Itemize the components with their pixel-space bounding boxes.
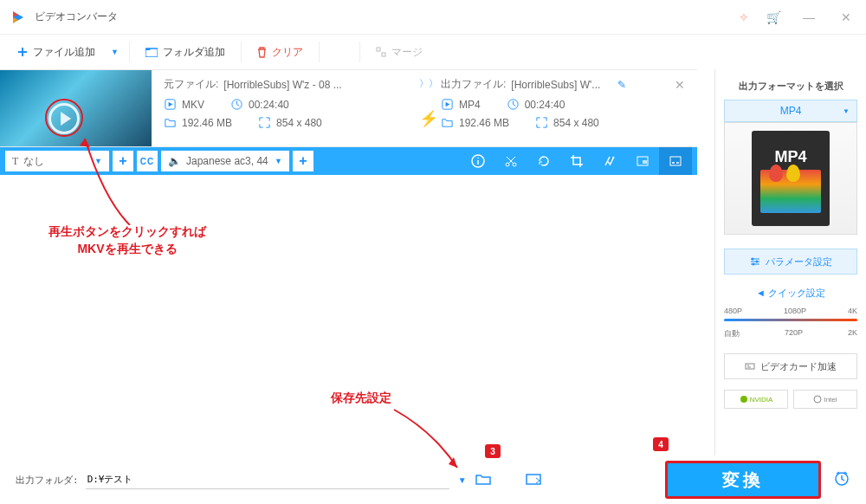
- subtitle-select[interactable]: T なし ▼: [5, 151, 109, 171]
- param-settings-button[interactable]: パラメータ設定: [724, 249, 857, 275]
- key-icon[interactable]: ✧: [739, 10, 749, 24]
- edit-icon[interactable]: ✎: [617, 79, 626, 91]
- cart-icon[interactable]: 🛒: [766, 10, 781, 24]
- source-filename: [HorribleSubs] W'z - 08 ...: [223, 79, 341, 91]
- app-logo-icon: [10, 10, 26, 25]
- resolution-icon: [535, 116, 548, 129]
- gpu-accel-button[interactable]: ビデオカード加速: [724, 353, 857, 379]
- format-preview[interactable]: MP4: [724, 122, 857, 235]
- param-label: パラメータ設定: [766, 255, 832, 268]
- svg-rect-17: [746, 364, 754, 369]
- footer: 出力フォルダ: ▼ 変換: [0, 456, 866, 504]
- video-thumbnail[interactable]: [0, 70, 152, 146]
- arrow-divider-icon: 〉〉: [419, 77, 438, 90]
- convert-label: 変換: [722, 468, 764, 492]
- add-file-dropdown[interactable]: ▼: [106, 48, 124, 56]
- add-file-button[interactable]: ファイル追加: [7, 45, 106, 60]
- output-folder-input[interactable]: [86, 470, 449, 489]
- source-label: 元ファイル:: [164, 77, 218, 92]
- output-size: 192.46 MB: [459, 117, 509, 129]
- source-resolution: 854 x 480: [276, 117, 322, 129]
- nvidia-badge: NVIDIA: [724, 390, 788, 409]
- output-duration: 00:24:40: [525, 99, 565, 111]
- source-duration: 00:24:40: [249, 99, 289, 111]
- source-size: 192.46 MB: [182, 117, 232, 129]
- clock-icon: [230, 98, 243, 111]
- output-folder-label: 出力フォルダ:: [16, 474, 79, 487]
- bolt-icon[interactable]: ⚡: [419, 109, 438, 128]
- subtitle-tool-icon[interactable]: [659, 147, 692, 175]
- edit-toolbar: T なし ▼ + CC 🔈 Japanese ac3, 44 ▼ +: [0, 147, 697, 175]
- add-folder-label: フォルダ追加: [163, 45, 225, 60]
- svg-point-10: [612, 157, 614, 158]
- sidebar-title: 出力フォーマットを選択: [724, 80, 857, 93]
- subtitle-text: なし: [23, 154, 89, 169]
- cc-button[interactable]: CC: [137, 151, 158, 171]
- gpu-label: ビデオカード加速: [760, 360, 837, 373]
- preset-1080p[interactable]: 1080P: [784, 307, 806, 315]
- svg-point-14: [751, 258, 753, 261]
- svg-point-18: [740, 396, 747, 403]
- add-audio-button[interactable]: +: [293, 151, 313, 171]
- preset-4k[interactable]: 4K: [848, 307, 857, 315]
- intel-badge: Intel: [793, 390, 857, 409]
- close-window-button[interactable]: ✕: [837, 10, 856, 24]
- audio-select[interactable]: 🔈 Japanese ac3, 44 ▼: [161, 151, 289, 171]
- main-toolbar: ファイル追加 ▼ フォルダ追加 クリア マージ: [0, 35, 866, 69]
- clear-label: クリア: [272, 45, 303, 60]
- speaker-icon: 🔈: [168, 155, 181, 167]
- folder-icon: [164, 116, 177, 129]
- crop-tool-icon[interactable]: [560, 147, 593, 175]
- annotation-play-text: 再生ボタンをクリックすれば MKVを再生できる: [48, 223, 206, 257]
- output-format: MP4: [459, 99, 481, 111]
- output-label: 出力ファイル:: [441, 77, 506, 92]
- merge-label: マージ: [391, 45, 423, 60]
- source-format: MKV: [182, 99, 204, 111]
- svg-rect-2: [382, 53, 385, 56]
- preset-auto[interactable]: 自動: [724, 328, 740, 339]
- sidebar: 出力フォーマットを選択 MP4 MP4 パラメータ設定 クイック設定 480P …: [714, 69, 866, 504]
- output-resolution: 854 x 480: [553, 117, 599, 129]
- quality-slider[interactable]: [724, 319, 857, 321]
- chevron-down-icon: ▼: [275, 157, 282, 165]
- output-filename: [HorribleSubs] W'...: [511, 79, 600, 91]
- minimize-button[interactable]: —: [798, 10, 819, 24]
- format-select[interactable]: MP4: [724, 100, 857, 122]
- schedule-icon[interactable]: [833, 469, 850, 491]
- play-button[interactable]: [48, 103, 80, 134]
- convert-button[interactable]: 変換: [665, 461, 821, 499]
- titlebar: ビデオコンバータ ✧ 🛒 — ✕: [0, 0, 866, 35]
- watermark-tool-icon[interactable]: [626, 147, 659, 175]
- add-folder-button[interactable]: フォルダ追加: [135, 45, 236, 60]
- svg-rect-12: [643, 160, 647, 164]
- open-folder-button[interactable]: [526, 473, 541, 488]
- resolution-icon: [258, 116, 271, 129]
- browse-folder-button[interactable]: [475, 473, 491, 488]
- svg-rect-1: [377, 48, 380, 51]
- add-file-label: ファイル追加: [33, 45, 95, 60]
- info-tool-icon[interactable]: [462, 147, 494, 175]
- svg-rect-13: [670, 157, 681, 165]
- remove-item-button[interactable]: ✕: [675, 78, 685, 92]
- add-subtitle-button[interactable]: +: [113, 151, 133, 171]
- quick-settings-title: クイック設定: [724, 287, 857, 300]
- chevron-down-icon: ▼: [94, 157, 102, 165]
- annotation-badge-4: 4: [653, 437, 669, 451]
- svg-point-19: [814, 396, 821, 403]
- preset-720p[interactable]: 720P: [785, 328, 803, 339]
- folder-dropdown-button[interactable]: ▼: [458, 475, 467, 485]
- effects-tool-icon[interactable]: [593, 147, 626, 175]
- file-item-row: 元ファイル: [HorribleSubs] W'z - 08 ... MKV 0…: [0, 69, 697, 147]
- format-badge-label: MP4: [774, 148, 806, 166]
- preset-2k[interactable]: 2K: [848, 328, 857, 339]
- merge-button[interactable]: マージ: [365, 45, 433, 60]
- svg-point-16: [752, 263, 754, 266]
- format-select-label: MP4: [780, 105, 802, 117]
- app-title: ビデオコンバータ: [35, 10, 739, 24]
- preset-480p[interactable]: 480P: [724, 307, 742, 315]
- cut-tool-icon[interactable]: [494, 147, 527, 175]
- svg-point-15: [755, 261, 758, 263]
- annotation-folder-text: 保存先設定: [331, 390, 391, 407]
- clear-button[interactable]: クリア: [247, 45, 313, 60]
- rotate-tool-icon[interactable]: [527, 147, 560, 175]
